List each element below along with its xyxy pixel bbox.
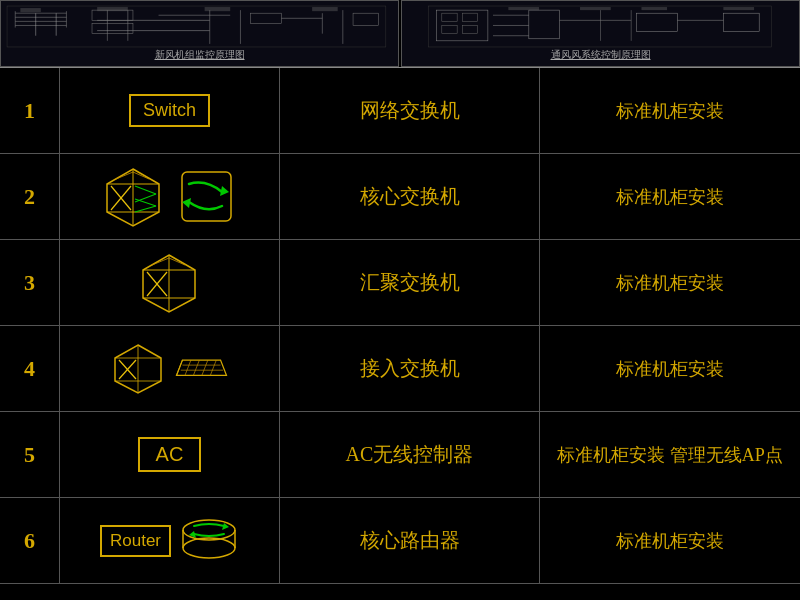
access-switch-cube-icon <box>111 341 166 396</box>
row-icon: AC <box>60 412 280 497</box>
svg-rect-26 <box>312 7 338 11</box>
svg-line-80 <box>201 360 207 375</box>
row-icon <box>60 154 280 239</box>
svg-point-87 <box>183 538 235 558</box>
router-cylinder-icon <box>179 518 239 563</box>
svg-rect-22 <box>353 13 379 25</box>
svg-marker-88 <box>222 523 229 530</box>
row-description: 标准机柜安装 管理无线AP点 <box>540 412 800 497</box>
row-number: 5 <box>0 412 60 497</box>
table-row: 3 汇聚交换机 标准机柜安装 <box>0 240 800 326</box>
svg-marker-76 <box>176 360 226 375</box>
row-device-name: 接入交换机 <box>280 326 540 411</box>
svg-line-79 <box>193 360 199 375</box>
svg-rect-31 <box>462 13 477 21</box>
svg-line-56 <box>135 194 156 202</box>
row-device-name: AC无线控制器 <box>280 412 540 497</box>
svg-rect-45 <box>641 7 667 10</box>
row-number: 4 <box>0 326 60 411</box>
svg-rect-42 <box>723 13 759 31</box>
core-switch-arrows-icon <box>174 164 239 229</box>
right-diagram-label: 通风风系统控制原理图 <box>551 48 651 62</box>
svg-rect-43 <box>508 7 539 10</box>
row-device-name: 核心路由器 <box>280 498 540 583</box>
svg-rect-59 <box>182 172 231 221</box>
row-icon <box>60 326 280 411</box>
row-description: 标准机柜安装 <box>540 240 800 325</box>
table-row: 1 Switch 网络交换机 标准机柜安装 <box>0 68 800 154</box>
row-number: 1 <box>0 68 60 153</box>
router-text-icon: Router <box>100 525 171 557</box>
row-device-name: 网络交换机 <box>280 68 540 153</box>
ac-text-icon: AC <box>138 437 202 472</box>
svg-rect-24 <box>97 7 128 11</box>
svg-line-81 <box>210 360 216 375</box>
table-row: 4 <box>0 326 800 412</box>
svg-rect-13 <box>92 10 133 20</box>
table-row: 5 AC AC无线控制器 标准机柜安装 管理无线AP点 <box>0 412 800 498</box>
svg-rect-32 <box>462 25 477 33</box>
svg-line-78 <box>185 360 191 375</box>
svg-rect-30 <box>442 25 457 33</box>
svg-rect-0 <box>7 6 386 47</box>
core-switch-cube-icon <box>101 164 166 229</box>
svg-marker-61 <box>182 198 191 208</box>
access-switch-flat-icon <box>174 341 229 396</box>
svg-rect-40 <box>636 13 677 31</box>
svg-rect-25 <box>205 7 231 11</box>
svg-rect-14 <box>92 23 133 33</box>
table-row: 6 Router 核心路由器 标准机柜安装 <box>0 498 800 584</box>
svg-line-55 <box>135 186 156 194</box>
left-diagram: 新风机组监控原理图 <box>0 0 399 67</box>
svg-rect-46 <box>723 7 754 10</box>
svg-line-77 <box>176 360 182 375</box>
row-icon: Router <box>60 498 280 583</box>
row-description: 标准机柜安装 <box>540 326 800 411</box>
row-device-name: 汇聚交换机 <box>280 240 540 325</box>
agg-switch-icon <box>137 250 202 315</box>
svg-rect-23 <box>20 8 40 12</box>
row-icon: Switch <box>60 68 280 153</box>
row-description: 标准机柜安装 <box>540 154 800 239</box>
row-description: 标准机柜安装 <box>540 498 800 583</box>
left-diagram-label: 新风机组监控原理图 <box>155 48 245 62</box>
svg-rect-29 <box>442 13 457 21</box>
row-device-name: 核心交换机 <box>280 154 540 239</box>
right-diagram: 通风风系统控制原理图 <box>401 0 800 67</box>
top-diagrams: 新风机组监控原理图 <box>0 0 800 68</box>
row-icon <box>60 240 280 325</box>
table-row: 2 <box>0 154 800 240</box>
legend-table: 1 Switch 网络交换机 标准机柜安装 2 <box>0 68 800 584</box>
switch-text-icon: Switch <box>129 94 210 127</box>
row-number: 3 <box>0 240 60 325</box>
svg-line-58 <box>135 206 156 212</box>
row-number: 6 <box>0 498 60 583</box>
svg-rect-44 <box>580 7 611 10</box>
svg-marker-60 <box>220 186 229 196</box>
svg-rect-36 <box>529 10 560 39</box>
svg-rect-18 <box>251 13 282 23</box>
svg-line-57 <box>135 199 156 206</box>
row-description: 标准机柜安装 <box>540 68 800 153</box>
row-number: 2 <box>0 154 60 239</box>
